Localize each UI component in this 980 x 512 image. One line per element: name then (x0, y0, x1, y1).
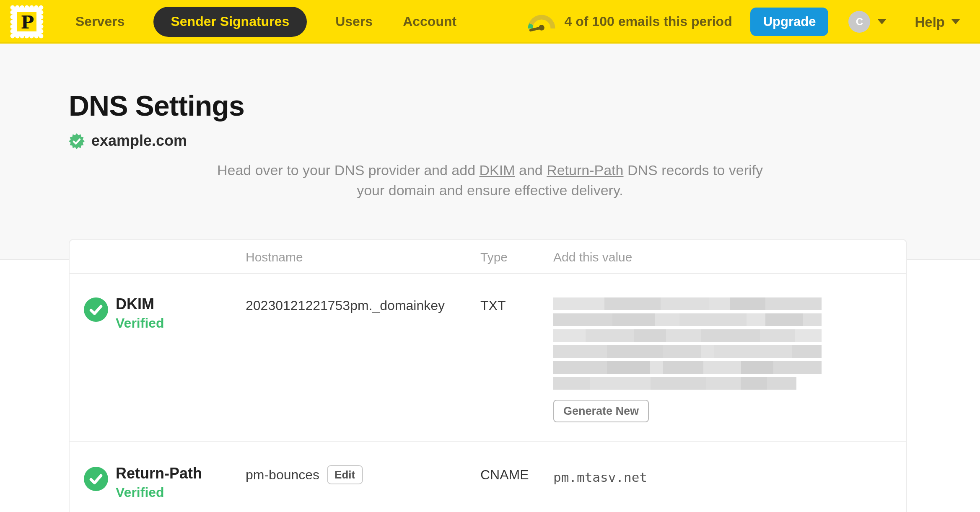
description-text: and (515, 163, 547, 178)
dkim-status-cell: DKIM Verified (84, 296, 246, 422)
logo-letter: P (21, 12, 34, 33)
avatar[interactable]: C (848, 11, 870, 33)
chevron-down-icon (878, 19, 886, 24)
redacted-dkim-value (553, 297, 822, 390)
redacted-value-line (553, 345, 822, 358)
navbar-right: 4 of 100 emails this period Upgrade C He… (528, 8, 960, 36)
chevron-down-icon (951, 19, 960, 24)
nav-item-servers[interactable]: Servers (75, 8, 124, 36)
redacted-value-line (553, 297, 822, 310)
nav-item-account[interactable]: Account (403, 8, 456, 36)
main-content: DNS Settings example.com Head over to yo… (0, 44, 980, 512)
dkim-value-cell: Generate New (553, 296, 906, 422)
redacted-value-line (553, 313, 822, 326)
value-column-header: Add this value (553, 249, 906, 264)
upgrade-button[interactable]: Upgrade (751, 8, 829, 36)
hostname-value: pm-bounces (246, 468, 319, 483)
page-description: Head over to your DNS provider and add D… (205, 161, 775, 201)
hostname-column-header: Hostname (246, 249, 480, 264)
redacted-value-line (553, 361, 822, 374)
table-row-return-path: Return-Path Verified pm-bounces Edit CNA… (70, 442, 906, 512)
table-header-row: Hostname Type Add this value (70, 240, 906, 274)
status-badge: Verified (116, 316, 164, 331)
return-path-type: CNAME (480, 465, 553, 500)
redacted-value-line (553, 377, 796, 390)
account-menu[interactable]: C (848, 11, 886, 33)
verified-check-icon (84, 297, 108, 322)
return-path-status-cell: Return-Path Verified (84, 465, 246, 500)
verified-seal-icon (69, 133, 85, 149)
nav-item-sender-signatures[interactable]: Sender Signatures (153, 7, 307, 37)
verified-check-icon (84, 467, 108, 491)
edit-button[interactable]: Edit (327, 465, 363, 484)
redacted-value-line (553, 329, 822, 342)
cname-value: pm.mtasv.net (553, 467, 906, 485)
domain-row: example.com (69, 132, 980, 150)
page-title: DNS Settings (0, 44, 980, 122)
nav-links: Servers Sender Signatures Users Account (60, 7, 472, 37)
usage-meter: 4 of 100 emails this period (528, 12, 732, 32)
generate-new-button[interactable]: Generate New (553, 400, 649, 422)
return-path-link[interactable]: Return-Path (547, 163, 623, 178)
page: P Servers Sender Signatures Users Accoun… (0, 0, 980, 512)
nav-item-users[interactable]: Users (335, 8, 373, 36)
help-label: Help (915, 14, 945, 30)
dns-records-table: Hostname Type Add this value DKIM Verifi… (69, 239, 907, 512)
usage-text: 4 of 100 emails this period (565, 14, 732, 29)
gauge-icon (528, 12, 556, 32)
dkim-hostname: 20230121221753pm._domainkey (246, 296, 480, 422)
domain-name: example.com (91, 132, 187, 150)
return-path-value-cell: pm.mtasv.net (553, 465, 906, 500)
description-text: Head over to your DNS provider and add (217, 163, 480, 178)
postmark-logo-icon[interactable]: P (8, 3, 45, 40)
return-path-hostname: pm-bounces Edit (246, 465, 480, 500)
dkim-link[interactable]: DKIM (480, 163, 515, 178)
record-name: Return-Path (116, 465, 202, 482)
hostname-value: 20230121221753pm._domainkey (246, 298, 445, 313)
dkim-type: TXT (480, 296, 553, 422)
type-column-header: Type (480, 249, 553, 264)
table-row-dkim: DKIM Verified 20230121221753pm._domainke… (70, 274, 906, 442)
help-menu[interactable]: Help (915, 14, 960, 30)
status-badge: Verified (116, 485, 202, 500)
record-name: DKIM (116, 296, 164, 313)
top-navbar: P Servers Sender Signatures Users Accoun… (0, 0, 980, 44)
